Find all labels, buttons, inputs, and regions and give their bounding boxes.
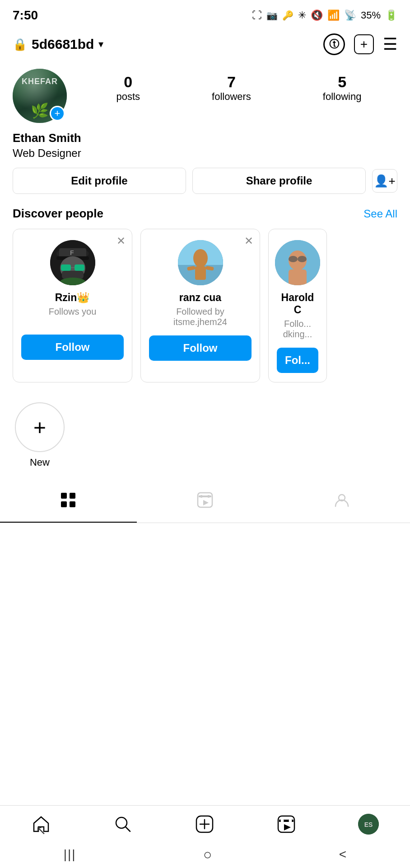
rzin-name: Rzin👑 [55,292,90,304]
suggest-people-button[interactable]: 👤+ [372,169,397,193]
svg-rect-26 [198,493,212,507]
add-person-icon: 👤+ [374,174,395,188]
profile-section: KHEFAR 🌿 + 0 posts 7 followers 5 followi… [0,61,410,194]
follow-harold-button[interactable]: Fol... [277,348,318,373]
tab-tagged[interactable] [273,482,410,523]
follow-ranz-button[interactable]: Follow [149,335,252,361]
mute-icon: 🔇 [311,9,323,21]
profile-bio: Web Designer [13,147,397,160]
keychain-icon: 🔑 [282,10,294,21]
discover-header: Discover people See All [13,207,397,221]
new-story-container: + New [13,402,67,468]
new-story-button[interactable]: + [15,402,65,452]
tab-grid[interactable] [0,482,137,523]
bluetooth-icon: ⛶ [252,9,262,21]
profile-buttons: Edit profile Share profile 👤+ [13,168,397,194]
username-bar[interactable]: 🔒 5d6681bd ▾ [13,37,103,52]
svg-rect-24 [61,501,67,507]
see-all-link[interactable]: See All [363,208,397,220]
harold-sub: Follo...dking... [283,319,312,340]
tab-reels[interactable] [137,482,274,523]
posts-stat[interactable]: 0 posts [116,73,140,103]
following-count: 5 [323,73,362,91]
follow-rzin-button[interactable]: Follow [21,335,124,360]
avatar-farm-text: KHEFAR [22,77,58,86]
svg-marker-30 [203,500,209,505]
bottom-nav: ↖ ES [0,805,410,841]
username-display[interactable]: 5d6681bd [32,37,94,52]
android-home-button[interactable]: ○ [203,847,212,862]
add-story-button[interactable]: + [50,106,65,121]
nav-profile[interactable]: ES [358,814,379,835]
svg-text:F: F [70,249,74,256]
camera-icon: 📷 [266,10,278,21]
harold-avatar [275,240,320,285]
wifi-icon: 📶 [327,9,340,21]
lock-icon: 🔒 [13,38,27,52]
svg-point-29 [207,495,210,498]
chevron-down-icon[interactable]: ▾ [98,38,103,50]
plus-icon: + [360,37,368,52]
stats-row: 0 posts 7 followers 5 following [80,69,397,103]
android-menu-button[interactable]: ||| [64,847,76,862]
svg-point-20 [289,256,298,262]
share-profile-button[interactable]: Share profile [192,168,366,194]
new-story-plus-icon: + [33,415,46,440]
svg-point-21 [298,256,307,262]
discover-scroll: ✕ F [13,229,397,382]
svg-line-33 [126,827,130,831]
header-actions: ⓣ + ☰ [323,33,397,55]
profile-top: KHEFAR 🌿 + 0 posts 7 followers 5 followi… [13,69,397,123]
person-card-rzin: ✕ F [13,229,132,382]
svg-rect-6 [61,264,71,271]
close-ranz-button[interactable]: ✕ [244,236,253,246]
avatar-plant-icon: 🌿 [31,102,49,119]
followers-label: followers [212,91,251,103]
android-back-button[interactable]: < [339,847,346,862]
rzin-avatar: F [50,240,95,285]
reels-icon [197,492,213,512]
new-post-button[interactable]: + [354,34,374,54]
nav-reels[interactable] [276,814,296,834]
person-card-harold: Harold C Follo...dking... Fol... [268,229,327,382]
following-label: following [323,91,362,103]
svg-rect-25 [70,501,75,507]
followers-count: 7 [212,73,251,91]
discover-section: Discover people See All ✕ F [0,207,410,393]
status-icons: ⛶ 📷 🔑 ✳ 🔇 📶 📡 35% 🔋 [252,9,397,21]
following-stat[interactable]: 5 following [323,73,362,103]
followers-stat[interactable]: 7 followers [212,73,251,103]
battery-icon: 🔋 [385,9,397,21]
svg-rect-23 [70,493,75,499]
menu-icon[interactable]: ☰ [383,36,397,52]
tagged-icon [334,492,350,512]
svg-point-39 [281,819,284,822]
svg-rect-22 [61,493,67,499]
nav-profile-avatar: ES [358,814,379,835]
new-story-label: New [30,457,50,468]
nav-home[interactable]: ↖ [31,814,51,834]
nav-add[interactable] [195,814,214,834]
svg-text:ES: ES [364,821,373,828]
status-bar: 7:50 ⛶ 📷 🔑 ✳ 🔇 📶 📡 35% 🔋 [0,0,410,27]
svg-rect-19 [289,269,307,285]
svg-rect-14 [195,266,206,280]
nav-search[interactable] [113,814,133,834]
ranz-name: ranz cua [179,292,221,304]
stories-section: + New [0,393,410,468]
svg-rect-37 [278,816,294,832]
svg-rect-7 [75,264,84,271]
ranz-avatar [178,240,223,285]
ranz-sub: Followed byitsme.jhem24 [173,307,227,327]
svg-marker-41 [284,824,291,830]
signal-icon: 📡 [344,9,356,21]
status-time: 7:50 [13,8,38,23]
profile-name: Ethan Smith [13,131,397,145]
rzin-sub: Follows you [49,307,97,326]
svg-point-28 [200,495,203,498]
posts-label: posts [116,91,140,103]
posts-count: 0 [116,73,140,91]
edit-profile-button[interactable]: Edit profile [13,168,186,194]
threads-icon[interactable]: ⓣ [323,33,345,55]
close-rzin-button[interactable]: ✕ [116,236,126,246]
